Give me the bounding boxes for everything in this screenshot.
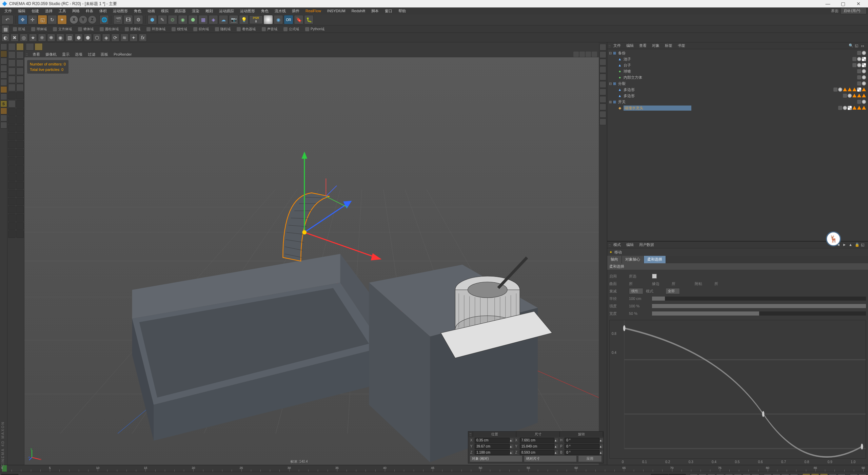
tag-icon[interactable] [857, 81, 861, 86]
tool-btn[interactable] [16, 190, 24, 197]
triangle-tag[interactable] [862, 94, 866, 97]
mode-icon[interactable]: S [0, 100, 7, 107]
field-胶囊域[interactable]: 胶囊域 [122, 27, 143, 32]
mode-icon[interactable] [0, 58, 7, 64]
attr-tab-轴向[interactable]: 轴向 [607, 256, 622, 263]
menu-窗口[interactable]: 窗口 [382, 8, 395, 14]
menu-realflow[interactable]: RealFlow [302, 8, 324, 14]
rotate-tool[interactable]: ↻ [47, 15, 57, 24]
field-icon[interactable]: ▦ [1, 25, 9, 33]
tree-row[interactable]: ●球锥 [607, 68, 868, 74]
tool-btn[interactable] [8, 59, 16, 67]
tool-btn[interactable] [16, 76, 24, 83]
deformer[interactable]: ◈ [209, 15, 218, 24]
obj-menu-标签[interactable]: 标签 [662, 43, 675, 48]
tool-btn[interactable] [8, 92, 16, 99]
tool-btn[interactable] [16, 222, 24, 230]
vp-menu-过滤[interactable]: 过滤 [85, 52, 98, 57]
icon-row-btn[interactable]: ▧ [65, 34, 74, 42]
tool-btn[interactable] [16, 230, 24, 238]
tag-icon[interactable] [843, 106, 847, 110]
triangle-tag[interactable] [852, 94, 856, 97]
win-icon[interactable]: ◱ [861, 243, 866, 247]
prev-frame-button[interactable]: ◄ [707, 473, 715, 475]
tag-tool[interactable]: 🔖 [294, 15, 303, 24]
tool-btn[interactable] [8, 206, 16, 213]
view-icon[interactable]: ◱ [855, 43, 860, 48]
obj-menu-书签[interactable]: 书签 [675, 43, 688, 48]
or-tool[interactable]: OR [284, 15, 293, 24]
vp-tool[interactable] [35, 43, 43, 51]
tool-btn[interactable] [8, 198, 16, 205]
tree-row[interactable]: ▲台子 [607, 62, 868, 68]
tool-btn[interactable] [8, 84, 16, 91]
menu-编辑[interactable]: 编辑 [15, 8, 28, 14]
mode-icon[interactable] [0, 65, 7, 72]
tool-btn[interactable] [8, 222, 16, 230]
menu-insydium[interactable]: INSYDIUM [324, 8, 349, 14]
camera[interactable]: 📷 [229, 15, 238, 24]
tag-icon[interactable] [857, 75, 861, 79]
menu-体积[interactable]: 体积 [96, 8, 110, 14]
menu-插件[interactable]: 插件 [289, 8, 302, 14]
enable-checkbox[interactable]: ✓ [652, 274, 657, 279]
triangle-tag[interactable] [857, 106, 861, 110]
tag-icon[interactable] [857, 69, 861, 73]
strip-btn[interactable] [599, 81, 606, 88]
move-tool[interactable]: ✢ [28, 15, 37, 24]
falloff-dropdown[interactable]: 线性 [629, 288, 643, 294]
tag-icon[interactable] [862, 75, 866, 79]
keysel-button[interactable]: ◇ [790, 473, 798, 475]
menu-角色[interactable]: 角色 [131, 8, 144, 14]
tag-icon[interactable] [857, 51, 861, 55]
search-icon[interactable]: 🔍 [849, 43, 854, 48]
field-Python域[interactable]: Python域 [302, 27, 327, 32]
y-axis-lock[interactable]: Y [79, 15, 87, 24]
vp-menu-摄像机[interactable]: 摄像机 [43, 52, 59, 57]
tag-icon[interactable] [862, 69, 866, 73]
tag-icon[interactable] [833, 88, 837, 92]
mode-icon[interactable] [0, 43, 7, 50]
tag-icon[interactable] [848, 94, 852, 98]
icon-row-btn[interactable]: fx [139, 34, 147, 42]
icon-row-btn[interactable]: ◉ [56, 34, 64, 42]
tag-icon[interactable] [838, 88, 842, 92]
next-frame-button[interactable]: ► [734, 473, 742, 475]
strip-btn[interactable] [599, 44, 606, 51]
icon-row-btn[interactable]: ★ [29, 34, 37, 42]
triangle-tag[interactable] [848, 88, 852, 91]
tree-row[interactable]: ●内部立方体 [607, 74, 868, 80]
strip-btn[interactable] [599, 51, 606, 58]
triangle-tag[interactable] [852, 106, 856, 110]
tag-icon[interactable] [848, 106, 852, 110]
menu-运动图形[interactable]: 运动图形 [110, 8, 131, 14]
menu-帮助[interactable]: 帮助 [395, 8, 409, 14]
misc-tool[interactable]: 🐛 [304, 15, 314, 24]
menu-运动图形[interactable]: 运动图形 [237, 8, 258, 14]
icon-row-btn[interactable]: ⬣ [84, 34, 92, 42]
tool-btn[interactable] [8, 108, 16, 116]
key-rot-button[interactable]: ↻ [820, 473, 828, 475]
field-球体域[interactable]: 球体域 [28, 27, 50, 32]
vp-nav-icon[interactable] [573, 52, 579, 57]
radius-slider[interactable] [652, 297, 866, 301]
falloff-graph[interactable]: 0.8 0.4 00.10.20.30.40.50.60.70.80.91.0 [609, 320, 866, 459]
tool-btn[interactable] [8, 149, 16, 156]
key-pla-button[interactable]: ▦ [837, 473, 846, 475]
tag-icon[interactable] [862, 51, 866, 55]
coord-system[interactable]: 🌐 [99, 15, 109, 24]
attr-menu-模式[interactable]: 模式 [611, 242, 624, 247]
mode-icon[interactable] [0, 115, 7, 121]
goto-start-button[interactable]: ⏮ [690, 473, 698, 475]
autokey-button[interactable]: ◉ [772, 473, 781, 475]
filter-icon[interactable]: ⚏ [861, 43, 866, 48]
tag-icon[interactable] [857, 88, 861, 92]
scale-tool[interactable]: ◱ [38, 15, 47, 24]
sphere-tool[interactable] [263, 15, 273, 24]
radius-value[interactable]: 100 cm [629, 297, 649, 301]
play-back-button[interactable]: ◀ [716, 473, 724, 475]
triangle-tag[interactable] [843, 88, 847, 91]
field-立方体域[interactable]: 立方体域 [50, 27, 75, 32]
icon-row-btn[interactable]: ◐ [1, 34, 9, 42]
tool-btn[interactable] [16, 141, 24, 148]
